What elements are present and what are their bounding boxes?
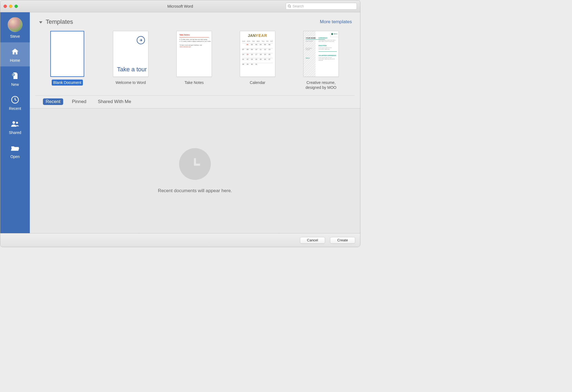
tab-recent[interactable]: Recent [43,98,63,105]
template-take-notes[interactable]: Take Notes: To take notes, just tap here… [176,31,212,90]
tabs-row: Recent Pinned Shared With Me [30,96,360,109]
create-button[interactable]: Create [330,237,355,244]
svg-line-1 [290,7,291,7]
sidebar-item-open[interactable]: Open [0,139,30,163]
titlebar: Microsoft Word [0,0,360,12]
arrow-right-circle-icon [137,36,145,44]
template-label: Calendar [248,80,267,86]
folder-open-icon [11,144,19,152]
template-thumb [50,31,84,77]
template-label: Welcome to Word [114,80,148,86]
template-blank-document[interactable]: Blank Document [49,31,85,90]
template-thumb: Take a tour [113,31,148,77]
content-area: Templates More templates Blank Document … [30,12,360,233]
svg-point-5 [16,122,18,124]
people-icon [11,119,19,128]
sidebar-item-new[interactable]: New [0,66,30,90]
template-label: Creative resume, designed by MOO [303,80,339,90]
clock-large-icon [179,148,211,180]
template-thumb: MOO YOUR NAME Street City ZIP EXPERIENCE… [303,31,339,77]
template-thumb-title: Take Notes: [179,34,190,36]
sidebar-label-new: New [11,82,19,87]
template-welcome-to-word[interactable]: Take a tour Welcome to Word [113,31,148,90]
calendar-weekdays: SUNMONTUEWEDTHUFRISAT [242,40,273,42]
clock-icon [11,95,19,104]
template-thumb: Take Notes: To take notes, just tap here… [176,31,212,77]
cancel-button[interactable]: Cancel [300,237,325,244]
template-creative-resume[interactable]: MOO YOUR NAME Street City ZIP EXPERIENCE… [303,31,339,90]
template-thumb: JANYEAR SUNMONTUEWEDTHUFRISAT 0102030405… [240,31,275,77]
new-document-icon [11,71,19,80]
templates-row: Blank Document Take a tour Welcome to Wo… [35,28,355,96]
fullscreen-window-button[interactable] [14,5,18,8]
search-field-wrap[interactable] [286,3,357,10]
avatar [8,17,22,32]
more-templates-link[interactable]: More templates [320,19,352,25]
template-label: Take Notes [183,80,205,86]
disclosure-triangle-icon[interactable] [39,21,42,24]
user-name: Steve [10,34,20,39]
svg-point-0 [288,5,290,7]
sidebar-item-recent[interactable]: Recent [0,90,30,115]
sidebar-item-shared[interactable]: Shared [0,115,30,139]
window-controls [4,5,18,8]
search-input[interactable] [293,4,355,8]
close-window-button[interactable] [4,5,7,8]
sidebar-label-open: Open [10,154,20,159]
search-icon [288,4,291,8]
templates-header: Templates More templates [30,12,360,28]
tab-pinned[interactable]: Pinned [69,98,89,105]
recent-documents-area: Recent documents will appear here. [30,109,360,233]
sidebar-label-shared: Shared [9,130,21,135]
sidebar-item-home[interactable]: Home [0,42,30,66]
sidebar: Steve Home New Recent Shared [0,12,30,233]
template-calendar[interactable]: JANYEAR SUNMONTUEWEDTHUFRISAT 0102030405… [240,31,275,90]
template-thumb-text: Take a tour [117,66,147,73]
svg-point-4 [12,121,15,124]
recent-empty-message: Recent documents will appear here. [158,188,232,194]
footer: Cancel Create [0,233,360,247]
template-label: Blank Document [52,80,83,86]
sidebar-label-recent: Recent [9,106,21,111]
sidebar-user[interactable]: Steve [0,12,30,42]
templates-heading: Templates [46,18,73,25]
sidebar-label-home: Home [10,58,20,63]
home-icon [11,47,19,56]
tab-shared-with-me[interactable]: Shared With Me [95,98,134,105]
minimize-window-button[interactable] [9,5,12,8]
window-title: Microsoft Word [167,4,193,8]
